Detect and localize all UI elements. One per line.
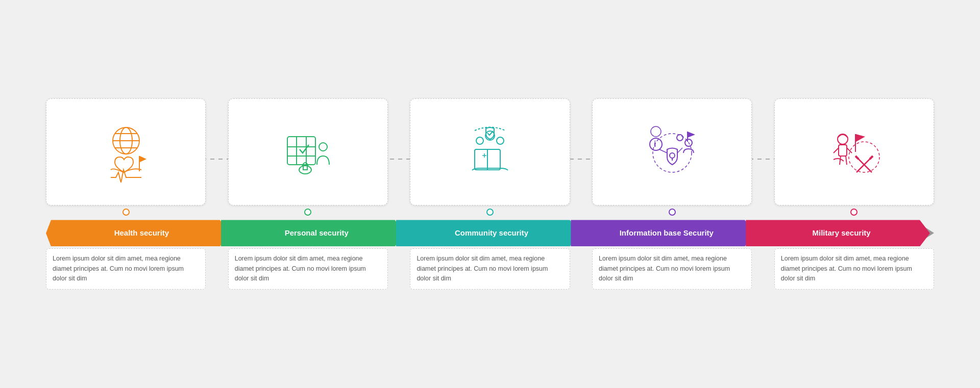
military-icon [823, 121, 885, 183]
desc-military-text: Lorem ipsum dolor sit dim amet, mea regi… [781, 254, 927, 283]
svg-line-34 [834, 148, 839, 153]
svg-point-26 [677, 135, 683, 141]
desc-community: Lorem ipsum dolor sit dim amet, mea regi… [410, 248, 570, 289]
desc-personal: Lorem ipsum dolor sit dim amet, mea regi… [228, 248, 388, 289]
svg-line-41 [855, 156, 859, 159]
svg-line-27 [659, 149, 667, 153]
svg-line-36 [840, 156, 841, 165]
svg-line-42 [870, 156, 873, 159]
svg-line-37 [846, 156, 847, 165]
card-personal [228, 98, 388, 219]
arrow-information-label: Information base Security [620, 228, 714, 238]
arrow-military-label: Military security [812, 228, 870, 238]
dot-health [122, 209, 130, 216]
svg-point-43 [849, 142, 879, 172]
card-icon-health [46, 98, 206, 205]
infographic: i [26, 83, 954, 304]
svg-point-19 [476, 137, 483, 144]
health-icon [95, 121, 157, 183]
svg-rect-5 [139, 156, 140, 171]
svg-rect-33 [839, 145, 847, 156]
desc-health: Lorem ipsum dolor sit dim amet, mea regi… [46, 248, 206, 289]
personal-icon [277, 121, 338, 183]
dot-military [850, 209, 857, 216]
card-health [46, 98, 206, 219]
card-icon-information: i [592, 98, 752, 205]
svg-line-28 [677, 148, 682, 153]
svg-point-31 [651, 126, 661, 137]
card-community [410, 98, 570, 219]
dot-community [486, 209, 494, 216]
arrow-military: Military security [746, 220, 930, 246]
svg-point-20 [497, 137, 504, 144]
dot-personal [304, 209, 311, 216]
desc-military: Lorem ipsum dolor sit dim amet, mea regi… [774, 248, 934, 289]
svg-rect-38 [855, 134, 856, 152]
information-icon: i [642, 121, 703, 183]
arrow-health: Health security [46, 220, 230, 246]
desc-health-text: Lorem ipsum dolor sit dim amet, mea regi… [53, 254, 199, 283]
desc-community-text: Lorem ipsum dolor sit dim amet, mea regi… [416, 254, 563, 283]
svg-point-11 [319, 143, 327, 151]
community-icon [459, 121, 521, 183]
arrow-community: Community security [396, 220, 580, 246]
desc-information-text: Lorem ipsum dolor sit dim amet, mea regi… [599, 254, 745, 283]
arrows-row: Health security Personal security Commun… [46, 220, 934, 246]
card-information: i [592, 98, 752, 219]
arrow-community-label: Community security [455, 228, 528, 238]
arrow-health-label: Health security [114, 228, 169, 238]
arrow-information: Information base Security [571, 220, 755, 246]
desc-row: Lorem ipsum dolor sit dim amet, mea regi… [46, 248, 934, 289]
desc-personal-text: Lorem ipsum dolor sit dim amet, mea regi… [235, 254, 381, 283]
arrow-personal: Personal security [221, 220, 405, 246]
card-icon-personal [228, 98, 388, 205]
svg-point-21 [670, 153, 675, 158]
card-military [774, 98, 934, 219]
cards-row: i [46, 98, 934, 219]
desc-information: Lorem ipsum dolor sit dim amet, mea regi… [592, 248, 752, 289]
arrow-personal-label: Personal security [285, 228, 349, 238]
dot-information [669, 209, 676, 216]
card-icon-community [410, 98, 570, 205]
card-icon-military [774, 98, 934, 205]
